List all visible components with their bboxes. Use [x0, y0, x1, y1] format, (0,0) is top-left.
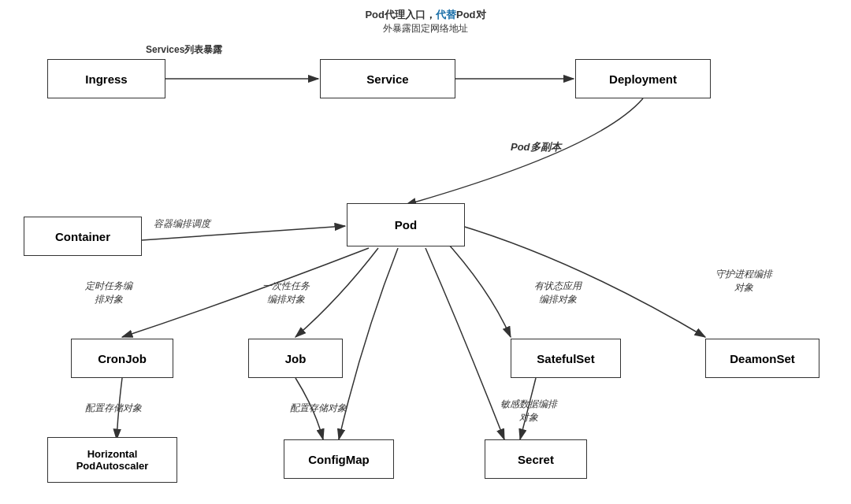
pod-multi-label: Pod多副本: [511, 140, 561, 154]
deamonset-schedule-label: 守护进程编排对象: [715, 268, 772, 295]
configmap-node: ConfigMap: [284, 439, 394, 479]
configmap-config-label: 配置存储对象: [290, 402, 347, 415]
deamonset-node: DeamonSet: [705, 339, 819, 378]
deployment-node: Deployment: [575, 59, 711, 98]
cronjob-schedule-label: 定时任务编排对象: [85, 280, 132, 306]
pod-node: Pod: [347, 203, 465, 246]
service-node: Service: [320, 59, 455, 98]
secret-config-label: 敏感数据编排对象: [500, 398, 557, 424]
hpa-config-label: 配置存储对象: [85, 402, 142, 415]
container-node: Container: [24, 217, 142, 256]
kubernetes-diagram: Ingress Service Deployment Container Pod…: [0, 0, 851, 504]
secret-node: Secret: [485, 439, 587, 479]
job-node: Job: [248, 339, 343, 378]
ingress-node: Ingress: [47, 59, 165, 98]
satefulset-node: SatefulSet: [511, 339, 621, 378]
pod-proxy-label: Pod代理入口，代替Pod对 外暴露固定网络地址: [347, 8, 504, 35]
hpa-node: Horizontal PodAutoscaler: [47, 437, 177, 483]
satefulset-schedule-label: 有状态应用编排对象: [534, 280, 582, 306]
container-schedule-label: 容器编排调度: [154, 217, 210, 231]
services-list-label: Services列表暴露: [146, 43, 222, 57]
job-schedule-label: 一次性任务编排对象: [262, 280, 310, 306]
cronjob-node: CronJob: [71, 339, 173, 378]
